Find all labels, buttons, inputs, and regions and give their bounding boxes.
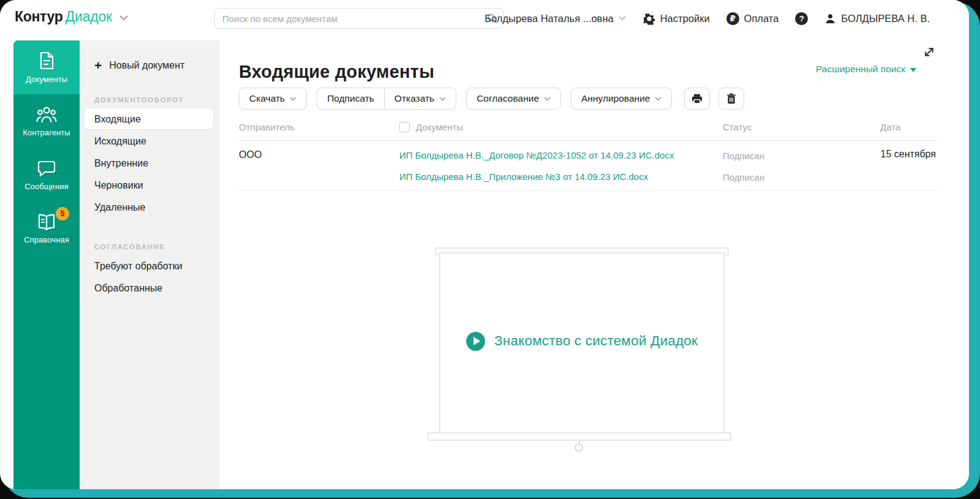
gear-icon xyxy=(643,12,655,25)
sidebar-item-label: Справочная xyxy=(24,235,69,244)
payment-button[interactable]: ₽ Оплата xyxy=(726,12,779,25)
logo-diadoc: Диадок xyxy=(66,9,112,25)
sign-decline-group: Подписать Отказать xyxy=(317,88,456,110)
section-title-approval: СОГЛАСОВАНИЕ xyxy=(94,243,219,250)
logo[interactable]: Контур Диадок xyxy=(15,9,128,25)
document-link[interactable]: ИП Болдырева Н.В._Приложение №3 от 14.09… xyxy=(399,171,648,182)
sidebar-item-label: Сообщения xyxy=(24,182,68,191)
status-badge: Подписан xyxy=(723,151,764,161)
app-window: Контур Диадок Болдырева Наталья ...овна … xyxy=(0,0,969,489)
approval-button[interactable]: Согласование xyxy=(466,88,561,110)
sidebar-item-label: Контрагенты xyxy=(23,128,70,137)
document-icon xyxy=(37,51,56,70)
user-selector-label: Болдырева Наталья ...овна xyxy=(484,13,613,24)
projector-handle-stem xyxy=(579,441,580,444)
chevron-down-icon xyxy=(119,15,128,21)
new-document-button[interactable]: + Новый документ xyxy=(94,59,219,72)
document-nav: + Новый документ ДОКУМЕНТООБОРОТ Входящи… xyxy=(80,40,219,489)
help-button[interactable]: ? xyxy=(795,12,808,25)
trash-icon xyxy=(726,93,736,104)
nav-item-incoming[interactable]: Входящие xyxy=(80,108,219,130)
question-icon: ? xyxy=(795,12,808,25)
search-box xyxy=(214,8,504,29)
section-title-docflow: ДОКУМЕНТООБОРОТ xyxy=(94,96,219,103)
toolbar: Скачать Подписать Отказать Согласование … xyxy=(239,88,744,110)
divider xyxy=(239,190,938,191)
play-icon xyxy=(466,332,485,351)
messages-icon xyxy=(37,159,56,178)
column-header-documents: Документы xyxy=(416,122,463,132)
settings-label: Настройки xyxy=(660,13,710,24)
sidebar-item-counterparties[interactable]: Контрагенты xyxy=(13,94,80,148)
advanced-search-toggle[interactable]: Расширенный поиск xyxy=(816,64,916,75)
ruble-icon: ₽ xyxy=(726,12,739,25)
delete-button[interactable] xyxy=(718,88,744,110)
column-header-sender: Отправитель xyxy=(239,122,295,132)
page-title: Входящие документы xyxy=(239,62,434,82)
download-button[interactable]: Скачать xyxy=(239,88,307,110)
table-header: Отправитель Документы Статус Дата xyxy=(219,122,969,135)
row-date: 15 сентября xyxy=(880,149,936,160)
chevron-down-icon xyxy=(619,16,626,21)
nav-item-processed[interactable]: Обработанные xyxy=(80,277,219,299)
video-title: Знакомство с системой Диадок xyxy=(494,333,698,349)
search-input[interactable] xyxy=(214,8,504,29)
projector-screen: Знакомство с системой Диадок xyxy=(439,252,725,433)
projector-handle xyxy=(575,443,583,452)
decline-button[interactable]: Отказать xyxy=(385,88,456,110)
printer-icon xyxy=(692,94,703,104)
person-icon xyxy=(824,13,836,24)
plus-icon: + xyxy=(94,59,102,72)
topbar: Контур Диадок Болдырева Наталья ...овна … xyxy=(0,0,969,37)
print-button[interactable] xyxy=(684,88,710,110)
nav-item-outgoing[interactable]: Исходящие xyxy=(80,130,219,152)
chevron-down-icon xyxy=(439,97,446,101)
sidebar-item-documents[interactable]: Документы xyxy=(13,40,80,94)
account-label: БОЛДЫРЕВА Н. В. xyxy=(841,13,930,24)
row-sender: ООО xyxy=(239,149,262,160)
chevron-down-icon xyxy=(290,97,296,101)
new-document-label: Новый документ xyxy=(109,60,184,71)
status-badge: Подписан xyxy=(723,172,764,182)
counterparties-icon xyxy=(36,105,57,124)
user-selector[interactable]: Болдырева Наталья ...овна xyxy=(484,13,625,24)
payment-label: Оплата xyxy=(744,13,779,24)
sidebar-item-help[interactable]: 5 Справочная xyxy=(13,202,80,256)
column-header-status: Статус xyxy=(723,122,752,132)
select-all-checkbox[interactable] xyxy=(399,122,410,132)
topbar-right: Болдырева Наталья ...овна Настройки ₽ Оп… xyxy=(484,0,930,37)
triangle-down-icon xyxy=(910,68,916,72)
document-link[interactable]: ИП Болдырева Н.В._Договор №Д2023-1052 от… xyxy=(399,150,674,160)
settings-button[interactable]: Настройки xyxy=(643,12,710,25)
expand-icon[interactable] xyxy=(924,47,935,58)
sign-button[interactable]: Подписать xyxy=(317,88,385,110)
nav-item-deleted[interactable]: Удаленные xyxy=(80,197,219,219)
main-panel: Входящие документы Расширенный поиск Ска… xyxy=(219,37,969,489)
column-header-date: Дата xyxy=(880,122,900,132)
sidebar-item-label: Документы xyxy=(26,75,67,84)
account-button[interactable]: БОЛДЫРЕВА Н. В. xyxy=(824,13,930,24)
advanced-search-label: Расширенный поиск xyxy=(816,64,905,75)
notification-badge: 5 xyxy=(56,207,69,220)
nav-item-drafts[interactable]: Черновики xyxy=(80,174,219,197)
nav-item-need-processing[interactable]: Требуют обработки xyxy=(80,255,219,277)
logo-kontur: Контур xyxy=(15,9,63,25)
help-book-icon xyxy=(36,214,57,231)
projector-bottom-bar xyxy=(428,432,731,441)
nav-item-internal[interactable]: Внутренние xyxy=(80,152,219,174)
chevron-down-icon xyxy=(655,97,662,101)
play-video-button[interactable]: Знакомство с системой Диадок xyxy=(466,332,698,351)
sidebar: Документы Контрагенты Сообщения 5 Справо… xyxy=(13,40,80,489)
sidebar-item-messages[interactable]: Сообщения xyxy=(13,148,80,202)
table-row[interactable]: ООО ИП Болдырева Н.В._Договор №Д2023-105… xyxy=(219,140,969,190)
chevron-down-icon xyxy=(544,97,551,101)
annulment-button[interactable]: Аннулирование xyxy=(571,88,672,110)
